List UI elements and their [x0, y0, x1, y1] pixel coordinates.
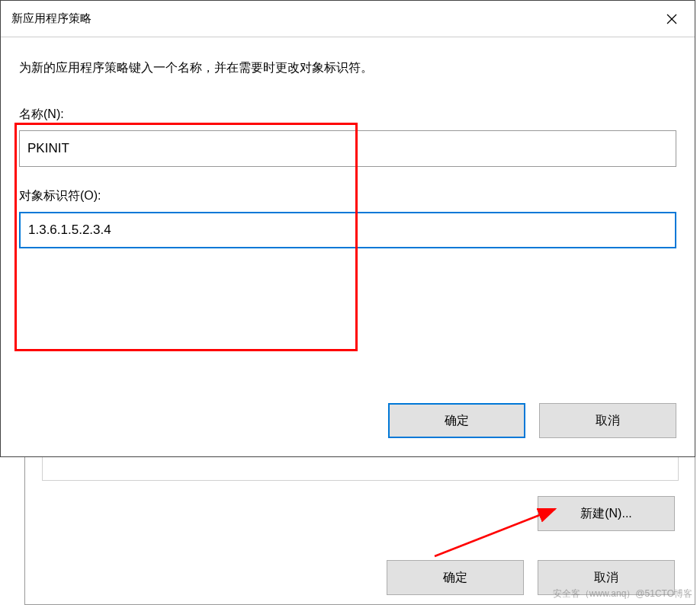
- name-label: 名称(N):: [19, 107, 676, 123]
- parent-ok-button[interactable]: 确定: [387, 560, 524, 595]
- dialog-titlebar: 新应用程序策略: [1, 1, 695, 37]
- dialog-title: 新应用程序策略: [11, 11, 92, 26]
- oid-input[interactable]: [19, 212, 676, 248]
- dialog-button-row: 确定 取消: [388, 403, 676, 438]
- oid-label: 对象标识符(O):: [19, 188, 676, 204]
- close-icon: [666, 14, 677, 24]
- oid-field-group: 对象标识符(O):: [19, 188, 676, 248]
- dialog-body: 为新的应用程序策略键入一个名称，并在需要时更改对象标识符。 名称(N): 对象标…: [1, 37, 695, 285]
- dialog-instruction: 为新的应用程序策略键入一个名称，并在需要时更改对象标识符。: [19, 60, 676, 76]
- ok-button[interactable]: 确定: [388, 403, 525, 438]
- new-application-policy-dialog: 新应用程序策略 为新的应用程序策略键入一个名称，并在需要时更改对象标识符。 名称…: [0, 0, 695, 457]
- cancel-button[interactable]: 取消: [539, 403, 676, 438]
- name-field-group: 名称(N):: [19, 107, 676, 167]
- close-button[interactable]: [649, 1, 695, 37]
- new-button[interactable]: 新建(N)...: [538, 496, 675, 531]
- name-input[interactable]: [19, 130, 676, 167]
- watermark-text: 安全客（www.anq）@51CTO博客: [553, 587, 692, 600]
